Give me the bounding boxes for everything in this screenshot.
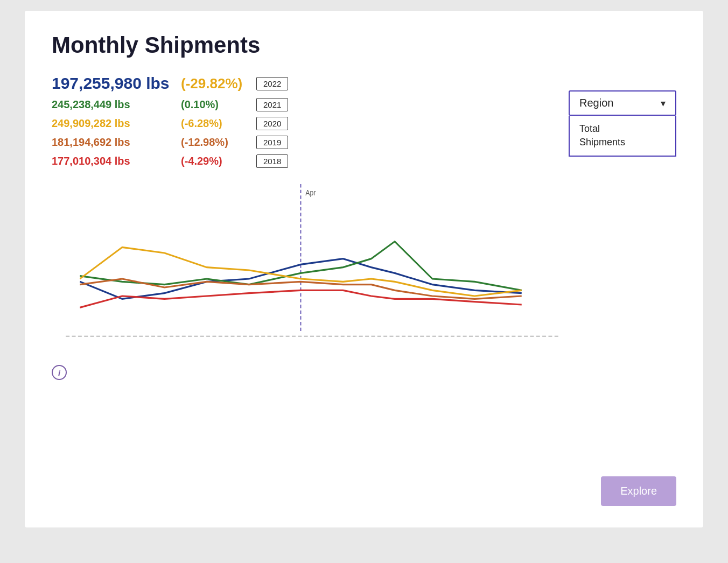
stats-section: 197,255,980 lbs (-29.82%) 2022 245,238,4… [52, 74, 569, 168]
content-area: 197,255,980 lbs (-29.82%) 2022 245,238,4… [52, 74, 676, 380]
apr-label: Apr [305, 188, 316, 197]
stat-pct-2022: (-29.82%) [181, 75, 246, 92]
total-shipments-box: Total Shipments [569, 116, 676, 157]
stat-row-2019: 181,194,692 lbs (-12.98%) 2019 [52, 136, 569, 149]
stat-pct-2021: (0.10%) [181, 98, 246, 111]
year-badge-2022[interactable]: 2022 [256, 77, 288, 90]
region-dropdown[interactable]: Region ▾ [569, 90, 676, 116]
explore-button[interactable]: Explore [601, 476, 676, 506]
info-icon-label: i [58, 368, 60, 377]
line-chart: Apr [52, 184, 569, 356]
right-panel: Region ▾ Total Shipments [569, 90, 676, 157]
page-title: Monthly Shipments [52, 32, 676, 58]
stat-pct-2020: (-6.28%) [181, 117, 246, 130]
info-icon[interactable]: i [52, 365, 67, 380]
stat-value-2022: 197,255,980 lbs [52, 74, 170, 93]
region-label: Region [579, 97, 613, 109]
stat-row-2020: 249,909,282 lbs (-6.28%) 2020 [52, 117, 569, 130]
stat-row-2021: 245,238,449 lbs (0.10%) 2021 [52, 98, 569, 111]
chevron-down-icon: ▾ [661, 97, 666, 109]
year-badge-2021[interactable]: 2021 [256, 98, 288, 111]
left-panel: 197,255,980 lbs (-29.82%) 2022 245,238,4… [52, 74, 569, 380]
stat-value-2018: 177,010,304 lbs [52, 155, 170, 167]
total-shipments-line1: Total [579, 123, 600, 134]
year-badge-2020[interactable]: 2020 [256, 117, 288, 130]
stat-row-2022: 197,255,980 lbs (-29.82%) 2022 [52, 74, 569, 93]
stat-pct-2019: (-12.98%) [181, 136, 246, 149]
stat-value-2021: 245,238,449 lbs [52, 98, 170, 111]
year-badge-2019[interactable]: 2019 [256, 136, 288, 149]
stat-pct-2018: (-4.29%) [181, 155, 246, 167]
stat-row-2018: 177,010,304 lbs (-4.29%) 2018 [52, 154, 569, 168]
year-badge-2018[interactable]: 2018 [256, 154, 288, 168]
main-card: Monthly Shipments 197,255,980 lbs (-29.8… [25, 11, 703, 527]
info-section: i [52, 365, 569, 380]
stat-value-2020: 249,909,282 lbs [52, 117, 170, 130]
chart-container: Apr [52, 184, 569, 356]
stat-value-2019: 181,194,692 lbs [52, 136, 170, 149]
total-shipments-line2: Shipments [579, 137, 625, 147]
